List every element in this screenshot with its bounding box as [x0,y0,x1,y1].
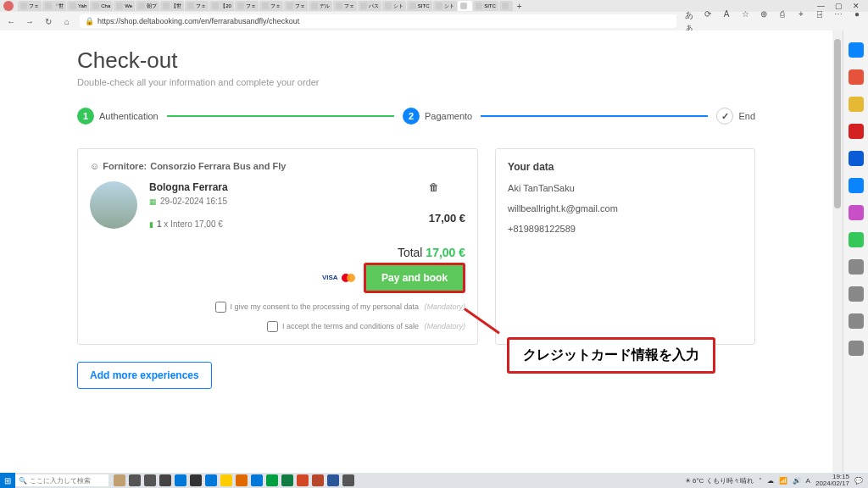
weather-widget[interactable]: ☀ 6°C くもり時々晴れ [685,476,754,485]
add-more-experiences-button[interactable]: Add more experiences [77,362,212,389]
browser-tab[interactable]: 【世 [160,1,184,11]
toolbar-icon[interactable]: ⊕ [758,9,770,33]
sidebar-app-icon[interactable] [849,97,864,112]
forward-button[interactable]: → [24,17,36,26]
annotation-callout: クレジットカード情報を入力 [507,337,715,374]
user-icon: ☺ [90,161,99,171]
toolbar-icon[interactable]: A [721,9,732,33]
taskbar-app-icon[interactable] [312,474,324,486]
taskbar-app-icon[interactable] [266,474,278,486]
tray-chevron[interactable]: ˄ [759,477,762,485]
sidebar-app-icon[interactable] [849,313,864,329]
toolbar-icon[interactable]: あぁ [683,9,695,33]
taskbar-app-icon[interactable] [220,474,232,486]
ticket-icon: ▮ [149,220,153,229]
total-value: 17,00 € [426,246,465,259]
browser-tab[interactable]: We [114,1,135,11]
browser-tab[interactable]: SITC [407,1,432,11]
tray-wifi[interactable]: 📶 [779,477,787,485]
toolbar-icon[interactable]: ☆ [739,9,751,33]
browser-tab[interactable]: パス [358,1,381,11]
vertical-scrollbar[interactable] [832,30,843,473]
address-bar[interactable]: 🔒 https://shop.deltabooking.com/en/ferra… [80,14,676,28]
taskbar-app-icon[interactable] [251,474,263,486]
page-subtitle: Double-check all your information and co… [77,77,755,87]
windows-taskbar: ⊞ 🔍 ここに入力して検索 ☀ 6°C くもり時々晴れ ˄ ☁ 📶 🔊 A 19… [0,473,868,488]
sidebar-app-icon[interactable] [849,42,864,58]
consent-terms-checkbox[interactable] [267,321,278,332]
tray-ime[interactable]: A [806,477,810,485]
sidebar-app-icon[interactable] [849,178,864,193]
taskbar-app-icon[interactable] [144,474,156,486]
browser-tab[interactable]: Cha [90,1,113,11]
new-tab-button[interactable]: + [514,2,526,11]
sidebar-app-icon[interactable] [849,205,864,220]
browser-tab[interactable]: シト [433,1,457,11]
toolbar-icon[interactable]: ⍈ [814,9,826,33]
notification-button[interactable]: 💬 [854,477,863,485]
toolbar-icon[interactable]: ● [851,9,863,33]
total-label: Total [398,246,423,259]
taskbar-search[interactable]: 🔍 ここに入力して検索 [15,474,108,486]
browser-tab[interactable]: デル [309,1,332,11]
browser-tab[interactable]: 『世 [42,1,66,11]
sidebar-app-icon[interactable] [849,151,864,166]
search-icon: 🔍 [19,477,27,485]
calendar-icon: ▦ [149,197,157,206]
browser-chrome: フェ『世YahChaWe朝ブ【世フェ【20フェフェフェデルフェパスシトSITCシ… [0,0,868,31]
sidebar-app-icon[interactable] [849,69,864,85]
taskbar-app-icon[interactable] [129,474,141,486]
taskbar-app-icon[interactable] [114,474,125,486]
browser-tab[interactable]: フェ [185,1,209,11]
clock[interactable]: 19:15 2024/02/17 [815,474,849,487]
consent-personal-data-label: I give my consent to the processing of m… [230,302,419,311]
browser-tab[interactable]: フェ [235,1,259,11]
browser-tab[interactable]: 【20 [209,1,234,11]
taskbar-app-icon[interactable] [159,474,171,486]
browser-tab[interactable]: フェ [333,1,357,11]
taskbar-app-icon[interactable] [205,474,217,486]
delete-item-button[interactable]: 🗑 [429,181,465,193]
browser-tab[interactable]: 朝ブ [136,1,159,11]
refresh-button[interactable]: ↻ [42,17,54,26]
pay-and-book-button[interactable]: Pay and book [364,263,465,293]
scroll-thumb[interactable] [834,39,841,208]
taskbar-app-icon[interactable] [190,474,202,486]
taskbar-app-icon[interactable] [175,474,186,486]
browser-tab[interactable]: シト [382,1,406,11]
sidebar-app-icon[interactable] [849,341,864,356]
back-button[interactable]: ← [5,17,17,26]
toolbar-icon[interactable]: ⎙ [776,9,788,33]
browser-tab[interactable]: フェ [18,1,42,11]
supplier-name: Consorzio Ferrara Bus and Fly [150,161,286,171]
toolbar-icon[interactable]: + [795,9,807,33]
sidebar-app-icon[interactable] [849,124,864,139]
supplier-line: ☺ Fornitore: Consorzio Ferrara Bus and F… [90,161,465,171]
tray-volume[interactable]: 🔊 [793,477,801,485]
browser-tab[interactable]: フェ [259,1,283,11]
step-payment: 2 Pagamento [403,108,472,125]
sidebar-app-icon[interactable] [849,259,864,274]
sidebar-app-icon[interactable] [849,232,864,247]
item-title: Bologna Ferrara [149,181,429,193]
start-button[interactable]: ⊞ [0,473,15,488]
taskbar-app-icon[interactable] [281,474,293,486]
taskbar-app-icon[interactable] [342,474,354,486]
taskbar-app-icon[interactable] [327,474,339,486]
taskbar-app-icon[interactable] [236,474,248,486]
home-button[interactable]: ⌂ [61,17,73,26]
toolbar-icon[interactable]: ⟳ [702,9,714,33]
browser-tab[interactable]: フェ [284,1,308,11]
page-title: Check-out [77,47,755,74]
profile-avatar[interactable] [3,1,14,11]
tray-onedrive[interactable]: ☁ [767,477,774,485]
browser-tab[interactable]: SITC [473,1,498,11]
browser-tab[interactable] [499,1,513,11]
consent-personal-data-checkbox[interactable] [215,302,226,313]
sidebar-app-icon[interactable] [849,286,864,302]
taskbar-app-icon[interactable] [297,474,309,486]
browser-tab[interactable] [458,1,473,11]
toolbar-icon[interactable]: ⋯ [832,9,844,33]
lock-icon: 🔒 [85,17,94,25]
browser-tab[interactable]: Yah [67,1,89,11]
